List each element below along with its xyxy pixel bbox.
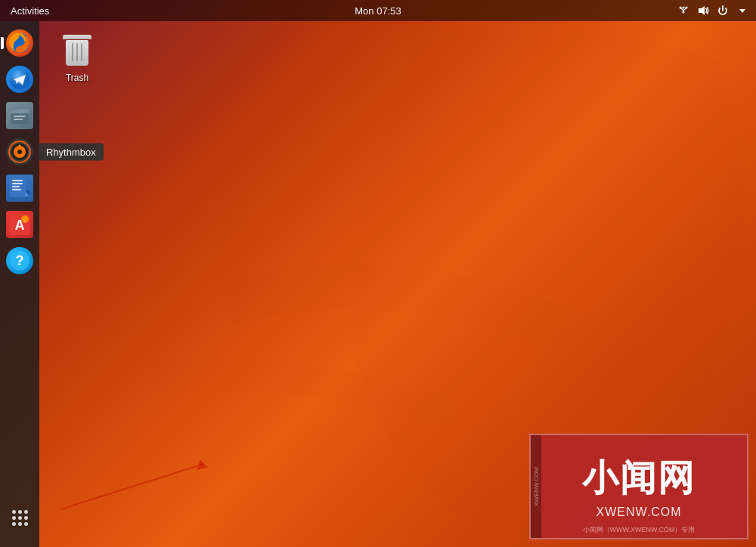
topbar-right <box>677 5 748 17</box>
desktop-icons-area: Trash <box>39 21 115 95</box>
svg-point-4 <box>683 7 685 9</box>
dock-item-files[interactable] <box>4 100 36 131</box>
trash-line-3 <box>81 43 82 61</box>
watermark-main-text: 小闻网 <box>582 454 696 502</box>
dock-item-telegram[interactable] <box>4 63 36 95</box>
trash-can-graphic <box>64 35 91 68</box>
trash-desktop-icon[interactable]: Trash <box>47 29 107 88</box>
svg-point-20 <box>19 145 21 147</box>
trash-body <box>66 40 88 66</box>
dot-8 <box>18 522 22 526</box>
trash-line-1 <box>72 43 73 61</box>
help-icon: ? <box>6 247 33 274</box>
svg-point-19 <box>17 150 22 154</box>
dot-5 <box>18 516 22 520</box>
svg-rect-15 <box>14 116 26 117</box>
svg-rect-25 <box>12 189 21 190</box>
power-icon[interactable] <box>717 5 729 17</box>
dock-item-help[interactable]: ? <box>4 245 36 277</box>
active-indicator <box>1 37 4 49</box>
dock-item-firefox[interactable] <box>4 27 36 59</box>
activities-button[interactable]: Activities <box>8 5 52 17</box>
svg-rect-24 <box>12 186 20 187</box>
trash-lid <box>63 35 91 39</box>
watermark-side-text: XWENW.COM <box>533 467 540 506</box>
topbar-left: Activities <box>8 5 52 17</box>
svg-marker-11 <box>739 9 745 13</box>
software-center-icon: A ↓ <box>6 211 33 238</box>
watermark-sub-text: XWENW.COM <box>596 505 682 519</box>
show-apps-button[interactable] <box>4 502 36 533</box>
watermark-side-bar: XWENW.COM <box>531 435 541 538</box>
dock-item-software-center[interactable]: A ↓ <box>4 209 36 240</box>
firefox-icon <box>6 29 33 57</box>
trash-lines <box>72 43 82 61</box>
dot-6 <box>24 516 28 520</box>
dot-9 <box>24 522 28 526</box>
system-menu-arrow-icon[interactable] <box>736 5 748 17</box>
svg-rect-22 <box>12 180 23 181</box>
dot-2 <box>18 510 22 514</box>
desktop: Activities Mon 07:53 <box>0 0 756 547</box>
dot-4 <box>12 516 16 520</box>
volume-icon[interactable] <box>697 5 709 17</box>
trash-line-2 <box>76 43 78 61</box>
dock: Rhythmbox A <box>0 21 39 547</box>
trash-label: Trash <box>66 73 88 83</box>
trash-icon <box>59 33 95 70</box>
dot-7 <box>12 522 16 526</box>
svg-rect-16 <box>14 119 23 120</box>
dot-3 <box>24 510 28 514</box>
watermark-footer-text: 小闻网（WWW.XWENW.COM）专用 <box>583 525 696 535</box>
svg-marker-10 <box>699 6 705 15</box>
svg-text:?: ? <box>16 253 24 268</box>
show-apps-icon <box>12 510 28 526</box>
dock-item-writer[interactable] <box>4 172 36 204</box>
watermark-box: XWENW.COM 小闻网 XWENW.COM 小闻网（WWW.XWENW.CO… <box>529 434 748 539</box>
telegram-icon <box>6 66 33 93</box>
files-icon <box>6 102 33 129</box>
svg-rect-23 <box>12 183 23 184</box>
topbar-datetime: Mon 07:53 <box>355 5 401 17</box>
rhythmbox-icon <box>6 138 33 165</box>
svg-text:↓: ↓ <box>23 218 26 223</box>
topbar: Activities Mon 07:53 <box>0 0 756 21</box>
writer-icon <box>6 175 33 202</box>
network-icon[interactable] <box>677 5 689 17</box>
dock-item-rhythmbox[interactable]: Rhythmbox <box>4 136 36 168</box>
dot-1 <box>12 510 16 514</box>
